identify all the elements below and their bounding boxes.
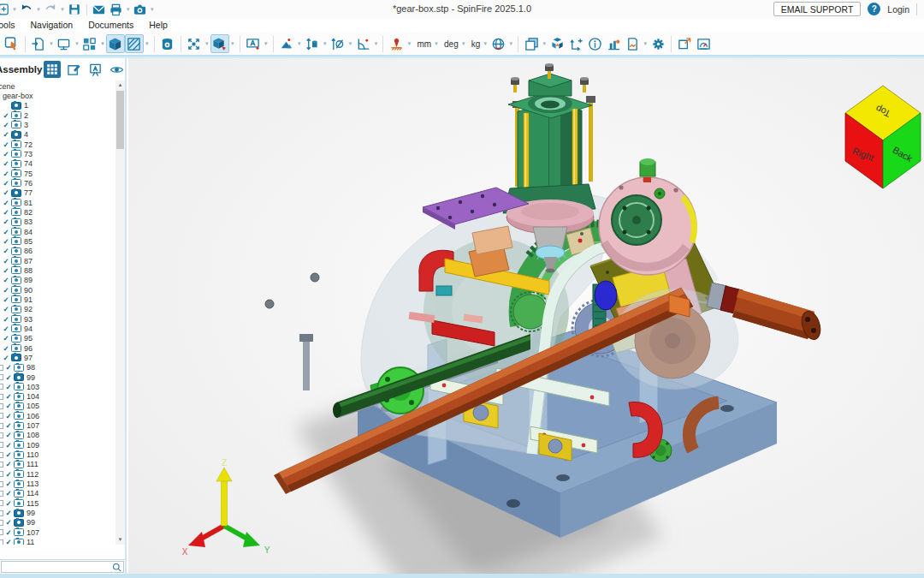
visibility-checkbox[interactable]: ✓ xyxy=(4,402,13,410)
edit-markup-icon[interactable] xyxy=(65,61,82,78)
scroll-up-icon[interactable]: ▲ xyxy=(116,80,125,90)
measure-height-button[interactable] xyxy=(303,34,322,53)
tree-item[interactable]: ✓110 xyxy=(0,450,116,459)
dropdown-caret[interactable]: ▼ xyxy=(406,41,412,46)
visibility-checkbox[interactable]: ✓ xyxy=(2,305,10,313)
external-link-button[interactable] xyxy=(675,34,694,53)
dropdown-caret[interactable]: ▼ xyxy=(508,41,513,46)
visibility-checkbox[interactable]: ✓ xyxy=(2,286,10,295)
expander-box[interactable] xyxy=(0,462,3,468)
expander-box[interactable] xyxy=(0,471,3,477)
save-icon[interactable] xyxy=(66,2,83,17)
dropdown-caret[interactable]: ▼ xyxy=(100,41,105,46)
visibility-checkbox[interactable]: ✓ xyxy=(2,315,10,324)
tree-item[interactable]: ✓75 xyxy=(0,169,116,178)
visibility-checkbox[interactable]: ✓ xyxy=(4,528,13,537)
tree-item[interactable]: ✓99 xyxy=(0,518,116,527)
visibility-checkbox[interactable]: ✓ xyxy=(2,228,10,236)
statistics-chart-button[interactable] xyxy=(604,34,623,53)
tree-item[interactable]: ✓91 xyxy=(0,295,116,304)
visibility-eye-icon[interactable] xyxy=(108,61,125,78)
tree-item[interactable]: ✓98 xyxy=(0,363,116,372)
visibility-checkbox[interactable]: ✓ xyxy=(2,179,10,188)
select-pointer-button[interactable] xyxy=(3,34,21,53)
fit-view-button[interactable] xyxy=(185,34,204,53)
dropdown-caret[interactable]: ▼ xyxy=(74,41,80,46)
visibility-checkbox[interactable]: ✓ xyxy=(4,499,13,508)
dropdown-caret[interactable]: ▼ xyxy=(434,41,439,46)
measure-angle-button[interactable] xyxy=(354,34,373,53)
tree-item[interactable]: ✓105 xyxy=(0,402,116,411)
tree-item[interactable]: ✓77 xyxy=(0,188,116,198)
view-orientation-button[interactable] xyxy=(277,34,296,53)
visibility-checkbox[interactable]: ✓ xyxy=(4,518,13,527)
menu-tools[interactable]: Tools xyxy=(0,20,23,30)
dropdown-caret[interactable]: ▼ xyxy=(49,41,54,46)
visibility-checkbox[interactable]: ✓ xyxy=(2,237,10,246)
menu-help[interactable]: Help xyxy=(142,20,175,30)
visibility-checkbox[interactable]: ✓ xyxy=(2,257,10,265)
tree-item[interactable]: ✓2 xyxy=(0,110,116,120)
open-document-button[interactable] xyxy=(29,34,48,53)
unit-length[interactable]: mm xyxy=(412,39,433,49)
tree-item[interactable]: ✓87 xyxy=(0,256,116,265)
visibility-checkbox[interactable]: ✓ xyxy=(2,276,10,284)
visibility-checkbox[interactable]: ✓ xyxy=(2,170,10,178)
scrollbar-thumb[interactable] xyxy=(116,91,124,149)
tree-item[interactable]: ✓107 xyxy=(0,527,116,537)
info-button[interactable] xyxy=(585,34,604,53)
expander-box[interactable] xyxy=(0,481,3,487)
visibility-checkbox[interactable]: ✓ xyxy=(4,431,13,439)
help-icon[interactable]: ? xyxy=(868,3,880,15)
tree-item[interactable]: ✓72 xyxy=(0,140,116,149)
expander-box[interactable] xyxy=(0,384,3,390)
script-button[interactable] xyxy=(623,34,642,53)
visibility-checkbox[interactable]: ✓ xyxy=(4,489,13,498)
dropdown-caret[interactable]: ▼ xyxy=(348,41,353,46)
dropdown-caret[interactable]: ▼ xyxy=(126,7,131,12)
unit-angle[interactable]: deg xyxy=(440,39,460,49)
print-icon[interactable] xyxy=(108,2,125,17)
render-mode-button[interactable] xyxy=(106,34,125,53)
expander-box[interactable] xyxy=(0,510,3,516)
tree-item[interactable]: ✓114 xyxy=(0,489,116,498)
scroll-down-icon[interactable]: ▼ xyxy=(116,535,125,545)
orientation-cube[interactable]: Top Right Back xyxy=(845,86,921,188)
tree-item[interactable]: ✓86 xyxy=(0,247,116,256)
visibility-checkbox[interactable]: ✓ xyxy=(2,150,10,158)
tree-item[interactable]: ✓96 xyxy=(0,343,116,353)
tree-item[interactable]: ✓108 xyxy=(0,431,116,440)
expander-box[interactable] xyxy=(0,491,3,497)
menu-documents[interactable]: Documents xyxy=(81,20,141,30)
screenshot-camera-icon[interactable] xyxy=(132,2,149,17)
visibility-checkbox[interactable]: ✓ xyxy=(2,344,10,353)
markup-button[interactable] xyxy=(244,34,263,53)
visibility-checkbox[interactable]: ✓ xyxy=(2,266,10,275)
tree-item[interactable]: ✓112 xyxy=(0,469,116,479)
tree-item[interactable]: ✓103 xyxy=(0,382,116,391)
tree-item[interactable]: ✓106 xyxy=(0,411,116,420)
visibility-checkbox[interactable]: ✓ xyxy=(2,121,10,129)
visibility-checkbox[interactable]: ✓ xyxy=(4,412,13,420)
dropdown-caret[interactable]: ▼ xyxy=(145,41,150,46)
tree-item[interactable]: ✓74 xyxy=(0,159,116,169)
tree-item[interactable]: ✓83 xyxy=(0,217,116,227)
dropdown-caret[interactable]: ▼ xyxy=(483,41,488,46)
tree-scrollbar[interactable]: ▲ ▼ xyxy=(116,80,125,545)
expander-box[interactable] xyxy=(0,403,3,409)
expander-box[interactable] xyxy=(0,539,3,545)
undo-icon[interactable] xyxy=(18,2,35,17)
expander-box[interactable] xyxy=(0,520,3,526)
layout-tiles-button[interactable] xyxy=(80,34,99,53)
tree-item[interactable]: ✓93 xyxy=(0,314,116,324)
tree-item[interactable]: 1 xyxy=(0,101,116,110)
dropdown-caret[interactable]: ▼ xyxy=(297,41,302,46)
tree-item[interactable]: ✓82 xyxy=(0,207,116,217)
hatch-pattern-button[interactable] xyxy=(125,34,144,53)
visibility-checkbox[interactable]: ✓ xyxy=(4,450,13,459)
measure-diameter-button[interactable] xyxy=(329,34,347,53)
dropdown-caret[interactable]: ▼ xyxy=(461,41,466,46)
display-mode-button[interactable] xyxy=(55,34,74,53)
expander-box[interactable] xyxy=(0,442,3,448)
expander-box[interactable] xyxy=(0,374,3,380)
